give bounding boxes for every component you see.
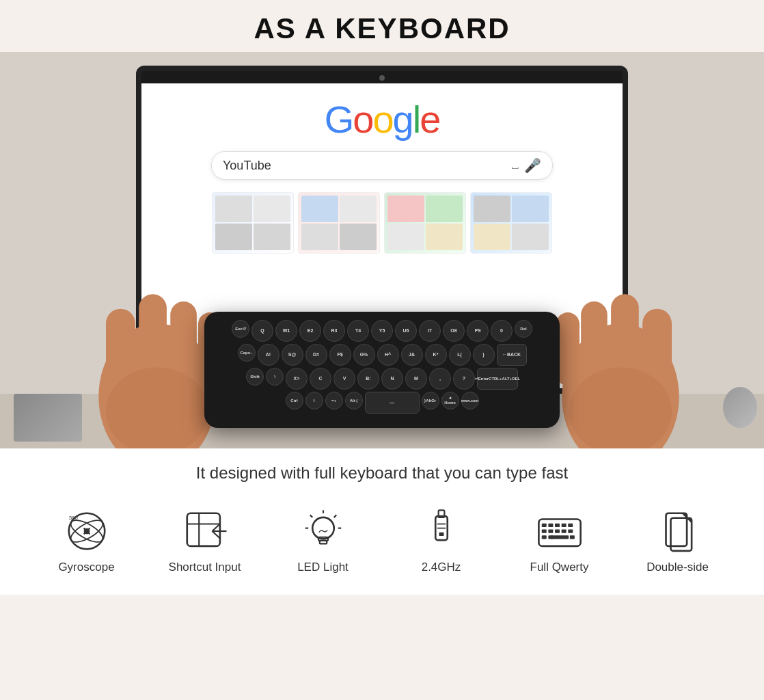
description-section: It designed with full keyboard that you … (0, 448, 764, 494)
key-q: Q (251, 320, 273, 342)
wifi-icon (418, 507, 465, 555)
key-x: X> (286, 368, 308, 390)
key-s: S@ (282, 344, 303, 366)
key-del: Del (515, 320, 532, 338)
key-home: ◄Home (441, 392, 459, 409)
hands-keyboard-container: Esc↺ Q W1 E2 R3 T4 Y5 U6 I7 O8 P9 0 Del … (0, 230, 764, 448)
key-0: 0 (491, 320, 513, 342)
key-www: www.com (461, 392, 479, 409)
svg-rect-19 (187, 513, 219, 546)
svg-rect-41 (555, 524, 560, 527)
feature-led-light: LED Light (269, 507, 378, 574)
svg-rect-52 (569, 535, 574, 539)
description-text: It designed with full keyboard that you … (0, 463, 764, 483)
key-v: V (333, 368, 355, 390)
key-g: G% (353, 344, 375, 366)
keyboard-row-1: Esc↺ Q W1 E2 R3 T4 Y5 U6 I7 O8 P9 0 Del (214, 320, 550, 342)
google-search-bar: YouTube ⎵ 🎤 (211, 151, 553, 180)
key-o: O8 (443, 320, 465, 342)
google-logo: Google (325, 97, 440, 142)
key-backslash: \ (266, 368, 284, 386)
key-n: N (381, 368, 403, 390)
feature-full-qwerty: Full Qwerty (505, 507, 614, 574)
svg-rect-37 (439, 533, 444, 536)
features-section: 360 Gyroscope Shortcut Input (0, 494, 764, 595)
key-m: M (405, 368, 427, 390)
svg-line-22 (212, 524, 219, 532)
keyboard-icon (536, 507, 584, 555)
svg-rect-39 (541, 524, 546, 527)
key-t: T4 (347, 320, 369, 342)
svg-rect-44 (541, 529, 546, 533)
key-enter: ↵EnterCTRL+ALT+DEL (477, 368, 518, 390)
full-qwerty-label: Full Qwerty (530, 561, 589, 574)
shortcut-input-label: Shortcut Input (169, 561, 241, 574)
cursor-icon: ⎵ (512, 159, 519, 172)
key-caps: Caps~ (238, 344, 256, 362)
page-header: AS A KEYBOARD (0, 0, 764, 52)
key-ctrl: Ctrl (286, 392, 303, 409)
svg-rect-51 (550, 535, 568, 539)
feature-double-side: Double-side (623, 507, 733, 574)
key-e: E2 (299, 320, 321, 342)
key-comma: , (429, 368, 451, 390)
key-l: L( (449, 344, 471, 366)
double-side-icon (654, 507, 702, 555)
key-altgr: }AltGr (422, 392, 439, 409)
key-f: F$ (329, 344, 351, 366)
key-question: ? (453, 368, 475, 390)
page-title: AS A KEYBOARD (0, 12, 764, 45)
svg-rect-48 (568, 529, 573, 533)
svg-rect-42 (561, 524, 566, 527)
key-h: H^ (377, 344, 399, 366)
led-icon (299, 507, 347, 555)
key-y: Y5 (371, 320, 393, 342)
key-paren: ) (473, 344, 495, 366)
key-i: I7 (419, 320, 441, 342)
led-light-label: LED Light (297, 561, 349, 574)
key-p: P9 (467, 320, 489, 342)
search-input-value: YouTube (223, 159, 509, 173)
keyboard-row-2: Caps~ A! S@ D# F$ G% H^ J& K* L( ) ←BACK (214, 344, 550, 366)
key-plus: =+ (325, 392, 343, 409)
key-shift: Shift (246, 368, 264, 386)
gyroscope-icon: 360 (63, 507, 111, 555)
keyboard-device: Esc↺ Q W1 E2 R3 T4 Y5 U6 I7 O8 P9 0 Del … (204, 312, 560, 428)
key-j: J& (401, 344, 423, 366)
shortcut-icon (181, 507, 229, 555)
2ghz-label: 2.4GHz (422, 561, 461, 574)
key-b: B: (357, 368, 379, 390)
svg-rect-49 (541, 535, 546, 539)
key-u: U6 (395, 320, 417, 342)
right-hand-icon (545, 250, 696, 448)
svg-point-25 (312, 517, 334, 539)
svg-rect-45 (548, 529, 553, 533)
key-back: ←BACK (497, 344, 527, 366)
svg-rect-40 (548, 524, 553, 527)
svg-rect-43 (568, 524, 573, 527)
key-esc: Esc↺ (232, 320, 249, 338)
svg-text:360: 360 (68, 515, 78, 521)
key-k: K* (425, 344, 447, 366)
svg-line-29 (333, 515, 336, 517)
key-d: D# (305, 344, 327, 366)
key-alt: Alt ( (345, 392, 363, 409)
key-fn: I (305, 392, 323, 409)
key-w: W1 (275, 320, 297, 342)
keyboard-row-4: Ctrl I =+ Alt ( — }AltGr ◄Home www.com (214, 392, 550, 414)
feature-shortcut-input: Shortcut Input (150, 507, 260, 574)
key-a: A! (258, 344, 279, 366)
key-space: — (365, 392, 420, 414)
svg-rect-27 (319, 541, 327, 543)
monitor-section: Google YouTube ⎵ 🎤 (0, 52, 764, 448)
gyroscope-label: Gyroscope (58, 561, 114, 574)
double-side-label: Double-side (646, 561, 709, 574)
keyboard-row-3: Shift \ X> C V B: N M , ? ↵EnterCTRL+ALT… (214, 368, 550, 390)
webcam-icon (379, 75, 385, 81)
svg-line-31 (310, 515, 312, 517)
feature-2ghz: 2.4GHz (387, 507, 496, 574)
svg-rect-47 (561, 529, 566, 533)
feature-gyroscope: 360 Gyroscope (32, 507, 141, 574)
key-c: C (310, 368, 331, 390)
key-r: R3 (323, 320, 345, 342)
